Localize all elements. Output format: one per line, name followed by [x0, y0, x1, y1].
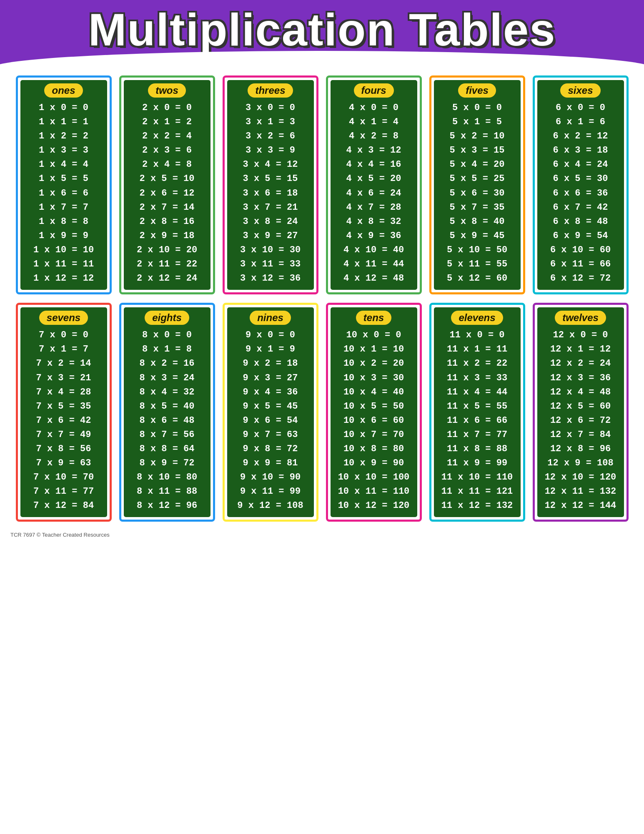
table-card-sevens: sevens7 x 0 = 07 x 1 = 77 x 2 = 147 x 3 …: [16, 303, 112, 522]
table-entry: 12 x 2 = 24: [550, 357, 611, 371]
table-entry: 3 x 9 = 27: [243, 229, 298, 243]
table-entry: 12 x 0 = 0: [553, 328, 608, 342]
table-entry: 4 x 8 = 32: [346, 215, 401, 229]
table-entry: 3 x 10 = 30: [240, 243, 301, 257]
table-entry: 11 x 3 = 33: [447, 371, 507, 385]
table-entry: 1 x 4 = 4: [39, 158, 88, 172]
table-entry: 3 x 3 = 9: [246, 143, 295, 158]
table-entry: 1 x 12 = 12: [33, 271, 94, 286]
table-entry: 3 x 5 = 15: [243, 172, 298, 186]
table-entry: 10 x 3 = 30: [343, 371, 404, 385]
table-entry: 10 x 12 = 120: [338, 499, 410, 513]
table-entry: 5 x 3 = 15: [449, 143, 504, 158]
table-entry: 9 x 10 = 90: [240, 470, 301, 485]
table-entry: 6 x 12 = 72: [550, 271, 611, 286]
table-entry: 6 x 10 = 60: [550, 243, 611, 257]
table-entry: 2 x 9 = 18: [139, 229, 194, 243]
table-entry: 12 x 10 = 120: [545, 470, 616, 485]
table-entry: 5 x 11 = 55: [447, 257, 507, 271]
table-entry: 12 x 3 = 36: [550, 371, 611, 385]
table-entry: 8 x 5 = 40: [139, 399, 194, 414]
table-entry: 3 x 11 = 33: [240, 257, 301, 271]
table-entry: 3 x 0 = 0: [246, 101, 295, 115]
table-entry: 5 x 8 = 40: [449, 215, 504, 229]
table-entry: 6 x 1 = 6: [556, 115, 605, 129]
table-entry: 1 x 10 = 10: [33, 243, 94, 257]
table-entry: 4 x 12 = 48: [343, 271, 404, 286]
table-title-elevens: elevens: [451, 311, 503, 325]
table-entry: 4 x 4 = 16: [346, 158, 401, 172]
table-entry: 7 x 8 = 56: [36, 442, 91, 456]
table-card-sixes: sixes6 x 0 = 06 x 1 = 66 x 2 = 126 x 3 =…: [533, 75, 629, 294]
table-entry: 7 x 1 = 7: [39, 342, 88, 357]
table-entry: 12 x 8 = 96: [550, 442, 611, 456]
table-entry: 2 x 4 = 8: [142, 158, 192, 172]
table-card-threes: threes3 x 0 = 03 x 1 = 33 x 2 = 63 x 3 =…: [223, 75, 318, 294]
table-entry: 12 x 11 = 132: [545, 485, 616, 499]
table-entry: 4 x 9 = 36: [346, 229, 401, 243]
table-title-fours: fours: [354, 83, 394, 98]
table-entry: 6 x 8 = 48: [553, 215, 608, 229]
table-entry: 9 x 9 = 81: [243, 456, 298, 470]
table-card-fives: fives5 x 0 = 05 x 1 = 55 x 2 = 105 x 3 =…: [429, 75, 525, 294]
table-entry: 2 x 5 = 10: [139, 172, 194, 186]
table-entry: 12 x 9 = 108: [547, 456, 613, 470]
table-entry: 1 x 6 = 6: [39, 186, 88, 201]
table-title-threes: threes: [248, 83, 293, 98]
table-card-tens: tens10 x 0 = 010 x 1 = 1010 x 2 = 2010 x…: [326, 303, 422, 522]
table-entry: 3 x 1 = 3: [246, 115, 295, 129]
table-entry: 8 x 3 = 24: [139, 371, 194, 385]
table-entry: 3 x 7 = 21: [243, 201, 298, 215]
table-entry: 3 x 12 = 36: [240, 271, 301, 286]
table-entry: 7 x 12 = 84: [33, 499, 94, 513]
table-entry: 5 x 4 = 20: [449, 158, 504, 172]
table-entry: 2 x 2 = 4: [142, 129, 192, 143]
table-title-twelves: twelves: [555, 311, 606, 325]
table-entry: 11 x 7 = 77: [447, 428, 507, 442]
table-entry: 6 x 9 = 54: [553, 229, 608, 243]
table-entry: 6 x 11 = 66: [550, 257, 611, 271]
table-title-twos: twos: [148, 83, 186, 98]
table-entry: 11 x 8 = 88: [447, 442, 507, 456]
table-entry: 9 x 6 = 54: [243, 414, 298, 428]
table-entry: 4 x 5 = 20: [346, 172, 401, 186]
table-card-elevens: elevens11 x 0 = 011 x 1 = 1111 x 2 = 221…: [429, 303, 525, 522]
table-entry: 10 x 9 = 90: [343, 456, 404, 470]
table-entry: 10 x 7 = 70: [343, 428, 404, 442]
table-entry: 7 x 2 = 14: [36, 357, 91, 371]
table-entry: 11 x 4 = 44: [447, 385, 507, 399]
table-entry: 4 x 11 = 44: [343, 257, 404, 271]
table-entry: 11 x 0 = 0: [449, 328, 504, 342]
table-card-eights: eights8 x 0 = 08 x 1 = 88 x 2 = 168 x 3 …: [119, 303, 215, 522]
row-1: ones1 x 0 = 01 x 1 = 11 x 2 = 21 x 3 = 3…: [10, 75, 634, 294]
table-entry: 7 x 6 = 42: [36, 414, 91, 428]
footer: TCR 7697 © Teacher Created Resources: [0, 530, 644, 540]
table-entry: 1 x 2 = 2: [39, 129, 88, 143]
table-entry: 1 x 5 = 5: [39, 172, 88, 186]
table-entry: 10 x 8 = 80: [343, 442, 404, 456]
table-entry: 8 x 12 = 96: [137, 499, 197, 513]
table-entry: 9 x 4 = 36: [243, 385, 298, 399]
table-entry: 5 x 2 = 10: [449, 129, 504, 143]
table-entry: 9 x 8 = 72: [243, 442, 298, 456]
table-entry: 9 x 5 = 45: [243, 399, 298, 414]
table-entry: 10 x 1 = 10: [343, 342, 404, 357]
table-entry: 4 x 3 = 12: [346, 143, 401, 158]
table-title-ones: ones: [44, 83, 83, 98]
table-entry: 7 x 7 = 49: [36, 428, 91, 442]
table-card-nines: nines9 x 0 = 09 x 1 = 99 x 2 = 189 x 3 =…: [223, 303, 318, 522]
table-entry: 3 x 6 = 18: [243, 186, 298, 201]
table-entry: 7 x 0 = 0: [39, 328, 88, 342]
table-entry: 8 x 8 = 64: [139, 442, 194, 456]
table-entry: 8 x 9 = 72: [139, 456, 194, 470]
table-entry: 12 x 6 = 72: [550, 414, 611, 428]
table-entry: 9 x 3 = 27: [243, 371, 298, 385]
table-entry: 1 x 9 = 9: [39, 229, 88, 243]
table-entry: 10 x 10 = 100: [338, 470, 410, 485]
table-title-eights: eights: [145, 311, 189, 325]
table-entry: 2 x 10 = 20: [137, 243, 197, 257]
table-entry: 2 x 8 = 16: [139, 215, 194, 229]
table-entry: 9 x 2 = 18: [243, 357, 298, 371]
table-entry: 1 x 7 = 7: [39, 201, 88, 215]
table-entry: 10 x 11 = 110: [338, 485, 410, 499]
